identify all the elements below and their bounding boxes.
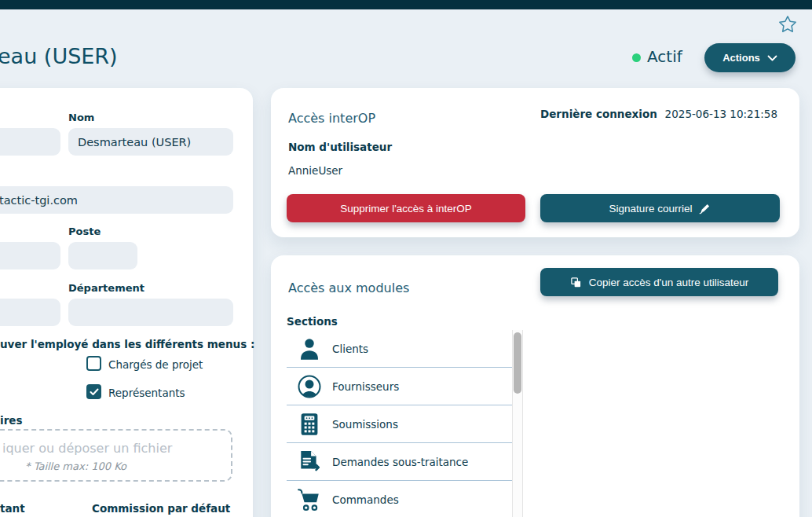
files-label: ires <box>0 414 22 427</box>
sections-label: Sections <box>287 315 338 328</box>
person-icon <box>296 336 323 362</box>
modules-card-title: Accès aux modules <box>288 280 409 295</box>
dropzone-text: iquer ou déposer un fichier <box>2 441 172 456</box>
departement-label: Département <box>68 282 144 294</box>
module-row-commandes[interactable]: Commandes <box>287 481 512 517</box>
module-row-fournisseurs[interactable]: Fournisseurs <box>287 368 512 405</box>
module-row-clients[interactable]: Clients <box>287 330 512 368</box>
module-label: Commandes <box>332 493 399 506</box>
dropzone-hint: * Taille max: 100 Ko <box>25 460 126 472</box>
nom-label: Nom <box>68 112 94 123</box>
representants-checkbox[interactable] <box>86 384 101 399</box>
bottom-left-label: tant <box>0 502 25 515</box>
actions-button-label: Actions <box>722 52 760 64</box>
status-badge: Actif <box>647 47 682 66</box>
cart-icon <box>296 486 323 513</box>
menus-heading: uver l'employé dans les différents menus… <box>0 338 254 350</box>
module-row-soumissions[interactable]: Soumissions <box>287 405 512 443</box>
email-signature-label: Signature courriel <box>609 203 693 214</box>
person-circle-icon <box>296 373 323 400</box>
module-label: Fournisseurs <box>332 380 399 393</box>
last-connection-label: Dernière connexion <box>540 108 657 120</box>
charges-de-projet-label: Chargés de projet <box>108 358 203 371</box>
charges-de-projet-checkbox[interactable] <box>86 356 101 371</box>
checkmark-icon <box>90 388 99 396</box>
last-connection-value: 2025-06-13 10:21:58 <box>665 108 777 120</box>
commission-label: Commission par défaut <box>92 502 230 515</box>
poste-label: Poste <box>68 226 101 237</box>
username-value: AnnieUser <box>288 164 342 177</box>
actions-button[interactable]: Actions <box>704 43 796 72</box>
file-dropzone[interactable]: iquer ou déposer un fichier * Taille max… <box>0 429 232 482</box>
prenom-field[interactable] <box>0 128 60 156</box>
pen-icon <box>699 203 711 214</box>
copy-access-label: Copier accès d'un autre utilisateur <box>589 277 749 288</box>
chevron-down-icon <box>767 55 777 61</box>
email-signature-button[interactable]: Signature courriel <box>540 194 780 222</box>
module-list: Clients Fournisseurs <box>287 330 512 517</box>
poste-field[interactable] <box>68 242 137 270</box>
cellulaire-field[interactable] <box>0 299 60 326</box>
departement-field[interactable] <box>68 299 233 326</box>
nom-field[interactable] <box>68 128 233 156</box>
email-field[interactable] <box>0 186 233 214</box>
favorite-star-icon[interactable] <box>777 14 798 35</box>
calculator-icon <box>296 411 323 438</box>
interop-card-title: Accès interOP <box>288 111 375 126</box>
delete-interop-access-label: Supprimer l'accès à interOP <box>340 203 472 214</box>
copy-access-button[interactable]: Copier accès d'un autre utilisateur <box>540 268 778 296</box>
status-dot <box>632 53 641 62</box>
page-title: eau (USER) <box>0 44 118 68</box>
module-label: Soumissions <box>332 418 398 431</box>
document-arrow-icon <box>296 449 323 475</box>
module-label: Clients <box>332 343 368 355</box>
module-list-scrollbar-thumb[interactable] <box>514 332 521 394</box>
module-label: Demandes sous-traitance <box>332 456 468 468</box>
module-row-demandes-sous-traitance[interactable]: Demandes sous-traitance <box>287 443 512 481</box>
username-label: Nom d'utilisateur <box>288 141 392 153</box>
user-detail-page: eau (USER) Actif Actions Nom Poste Dépar… <box>0 0 812 517</box>
representants-label: Représentants <box>108 387 185 399</box>
delete-interop-access-button[interactable]: Supprimer l'accès à interOP <box>287 194 525 222</box>
telephone-field[interactable] <box>0 242 60 270</box>
copy-icon <box>570 277 582 288</box>
top-navigation-bar <box>0 0 812 9</box>
